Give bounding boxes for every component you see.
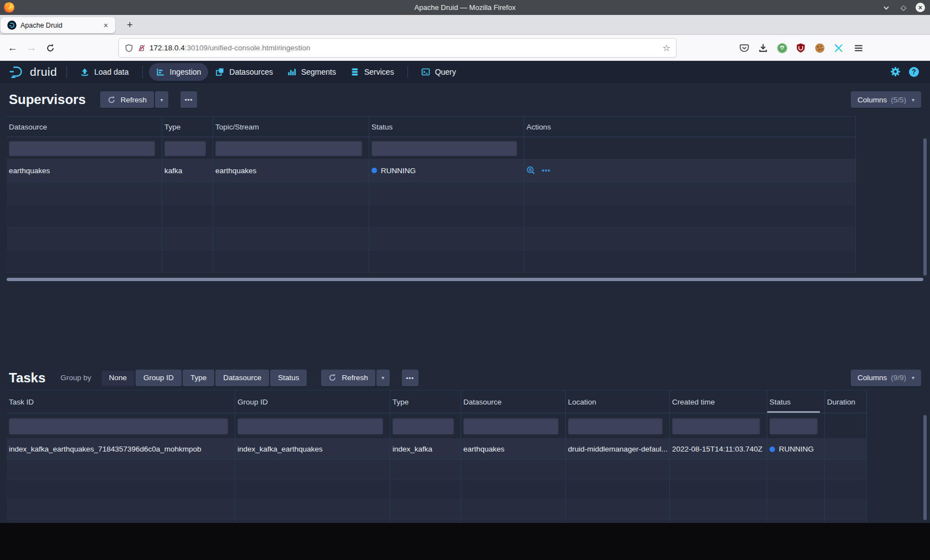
filter-type-input[interactable] — [392, 418, 454, 434]
tasks-columns-button[interactable]: Columns (9/9) ▾ — [851, 370, 921, 386]
gear-icon[interactable] — [890, 66, 901, 77]
supervisors-vertical-scrollbar[interactable] — [923, 138, 927, 276]
refresh-icon — [328, 374, 337, 382]
empty-row — [7, 205, 856, 227]
nav-item-datasources[interactable]: Datasources — [208, 63, 280, 81]
minimize-button[interactable] — [881, 3, 891, 13]
filter-group-id-input[interactable] — [237, 418, 383, 434]
druid-brand-text: druid — [30, 65, 57, 79]
column-header-type[interactable]: Type — [390, 391, 461, 413]
tab-close-icon[interactable]: × — [101, 21, 111, 30]
filter-type-input[interactable] — [164, 141, 206, 156]
supervisors-horizontal-scrollbar[interactable] — [7, 278, 923, 281]
supervisors-more-button[interactable]: ••• — [180, 91, 197, 108]
task-duration[interactable] — [825, 439, 867, 459]
help-icon[interactable]: ? — [909, 67, 919, 77]
menu-button[interactable] — [850, 40, 866, 56]
column-header-topic[interactable]: Topic/Stream — [213, 117, 369, 137]
group-by-group-id-button[interactable]: Group ID — [136, 370, 182, 386]
column-header-task-id[interactable]: Task ID — [7, 391, 235, 413]
filter-task-id-input[interactable] — [9, 418, 228, 434]
empty-row — [7, 250, 856, 273]
nav-item-label: Datasources — [229, 68, 273, 76]
supervisor-datasource[interactable]: earthquakes — [7, 159, 162, 182]
column-header-datasource[interactable]: Datasource — [7, 117, 162, 137]
magnify-detail-icon[interactable] — [526, 166, 535, 175]
columns-label: Columns — [857, 374, 887, 382]
insecure-lock-icon[interactable] — [137, 44, 146, 53]
close-button[interactable]: × — [916, 3, 925, 12]
gantt-chart-icon — [156, 68, 165, 76]
task-status[interactable]: RUNNING — [767, 439, 825, 459]
supervisors-title: Supervisors — [9, 92, 86, 107]
nav-item-segments[interactable]: Segments — [280, 63, 343, 81]
pocket-icon[interactable] — [738, 42, 750, 54]
nav-item-load-data[interactable]: Load data — [73, 63, 136, 81]
tasks-more-button[interactable]: ••• — [402, 370, 418, 386]
supervisors-columns-button[interactable]: Columns (5/5) ▾ — [851, 91, 921, 108]
column-header-datasource[interactable]: Datasource — [461, 391, 566, 413]
group-by-buttons: None Group ID Type Datasource Status — [101, 370, 307, 386]
refresh-button[interactable]: Refresh — [321, 370, 375, 386]
task-created-time[interactable]: 2022-08-15T14:11:03.740Z — [670, 439, 767, 459]
task-location[interactable]: druid-middlemanager-defaul... — [566, 439, 670, 459]
supervisor-type[interactable]: kafka — [162, 159, 213, 182]
nav-item-query[interactable]: Query — [414, 63, 463, 81]
column-header-type[interactable]: Type — [162, 117, 213, 137]
refresh-interval-button[interactable]: ▾ — [155, 91, 168, 108]
filter-created-time-input[interactable] — [672, 418, 760, 434]
group-by-datasource-button[interactable]: Datasource — [215, 370, 269, 386]
supervisor-row[interactable]: earthquakes kafka earthquakes RUNNING ••… — [7, 159, 856, 182]
nav-item-ingestion[interactable]: Ingestion — [149, 63, 209, 81]
url-bar[interactable]: 172.18.0.4:30109/unified-console.html#in… — [119, 39, 676, 57]
shield-permissions-icon[interactable] — [125, 44, 133, 53]
tab-title: Apache Druid — [20, 22, 101, 29]
toolbar-extensions — [738, 40, 844, 56]
hamburger-icon — [854, 43, 864, 53]
supervisor-status[interactable]: RUNNING — [369, 159, 524, 182]
task-id[interactable]: index_kafka_earthquakes_7184357396d6c0a_… — [7, 439, 235, 459]
task-group-id[interactable]: index_kafka_earthquakes — [235, 439, 390, 459]
empty-row — [7, 480, 867, 500]
cookie-icon[interactable] — [814, 42, 825, 54]
task-row[interactable]: index_kafka_earthquakes_7184357396d6c0a_… — [7, 439, 867, 460]
new-tab-button[interactable]: + — [122, 18, 137, 33]
column-header-status[interactable]: Status — [767, 391, 825, 413]
column-header-status[interactable]: Status — [369, 117, 524, 137]
group-by-type-button[interactable]: Type — [183, 370, 214, 386]
empty-row — [7, 227, 856, 250]
filter-status-input[interactable] — [769, 418, 818, 434]
filter-location-input[interactable] — [568, 418, 663, 434]
sparkle-extension-icon[interactable] — [833, 42, 844, 54]
group-by-label: Group by — [60, 374, 91, 382]
back-button[interactable]: ← — [4, 40, 20, 56]
filter-datasource-input[interactable] — [463, 418, 559, 434]
ublock-icon[interactable] — [795, 42, 807, 54]
group-by-none-button[interactable]: None — [101, 370, 135, 386]
column-header-duration[interactable]: Duration — [825, 391, 867, 413]
filter-topic-input[interactable] — [215, 141, 362, 156]
supervisor-topic[interactable]: earthquakes — [213, 159, 369, 182]
reload-button[interactable] — [42, 40, 58, 56]
task-datasource[interactable]: earthquakes — [461, 439, 566, 459]
column-header-created-time[interactable]: Created time — [670, 391, 767, 413]
group-by-status-button[interactable]: Status — [270, 370, 307, 386]
refresh-interval-button[interactable]: ▾ — [376, 370, 390, 386]
druid-brand[interactable]: druid — [9, 65, 57, 79]
download-icon[interactable] — [757, 42, 769, 54]
forward-button[interactable]: → — [23, 40, 39, 56]
extension-green-icon[interactable] — [776, 42, 788, 54]
column-header-location[interactable]: Location — [566, 391, 670, 413]
bar-chart-icon — [287, 68, 296, 76]
filter-status-input[interactable] — [371, 141, 517, 156]
column-header-group-id[interactable]: Group ID — [235, 391, 390, 413]
browser-tab[interactable]: Apache Druid × — [1, 17, 115, 33]
tasks-vertical-scrollbar[interactable] — [923, 415, 927, 520]
task-type[interactable]: index_kafka — [390, 439, 461, 459]
row-more-icon[interactable]: ••• — [542, 167, 551, 174]
bookmark-star-icon[interactable]: ☆ — [663, 43, 670, 53]
refresh-button[interactable]: Refresh — [100, 91, 154, 108]
nav-item-services[interactable]: Services — [343, 63, 401, 81]
maximize-button[interactable]: ◇ — [898, 3, 908, 13]
filter-datasource-input[interactable] — [9, 141, 155, 156]
